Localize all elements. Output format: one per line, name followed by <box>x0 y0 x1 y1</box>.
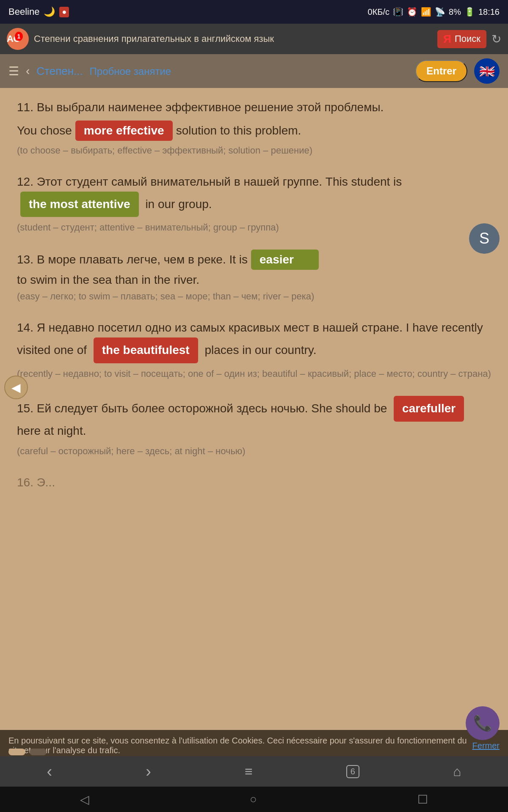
browser-navigation-bar: ‹ › ≡ 6 ⌂ <box>0 756 508 787</box>
browser-menu-button[interactable]: ≡ <box>245 764 253 779</box>
record-icon: ● <box>59 7 69 17</box>
exercise-11-answer[interactable]: more effective <box>75 121 173 141</box>
exercise-11-sentence: You chose more effective solution to thi… <box>17 121 491 141</box>
battery-level: 8% <box>449 7 461 17</box>
browser-page-title: Степени сравнения прилагательных в англи… <box>34 33 432 44</box>
exercise-11-part1: You chose <box>17 124 72 137</box>
exercise-13-answer[interactable]: easier <box>251 250 319 270</box>
yandex-logo: Я <box>443 33 451 46</box>
exercise-15-hint: (careful – осторожный; here – здесь; at … <box>17 444 491 458</box>
exercise-11-part2: solution to this problem. <box>176 124 301 137</box>
notification-badge: 1 <box>15 32 23 41</box>
swipe-dot-2 <box>30 749 47 755</box>
back-icon[interactable]: ‹ <box>26 64 30 78</box>
exercise-13-hint: (easy – легко; to swim – плавать; sea – … <box>17 289 491 303</box>
browser-app-icon[interactable]: АО 1 <box>7 28 29 50</box>
browser-home-button[interactable]: ⌂ <box>453 764 461 779</box>
android-recent-button[interactable]: ☐ <box>417 793 428 807</box>
yandex-search-bar[interactable]: Я Поиск <box>437 30 486 48</box>
data-speed: 0КБ/с <box>368 7 389 17</box>
refresh-button[interactable]: ↻ <box>491 32 501 46</box>
exercise-13-sentence: 13. В море плавать легче, чем в реке. It… <box>17 250 491 287</box>
phone-icon: 📞 <box>473 714 492 732</box>
status-right: 0КБ/с 📳 ⏰ 📶 📡 8% 🔋 18:16 <box>368 7 500 17</box>
flag-icon: 🇬🇧 <box>474 58 500 84</box>
exercise-12-answer[interactable]: the most attentive <box>20 192 139 217</box>
exercise-11-number: 11. <box>17 101 37 114</box>
app-title-container: Степен... Пробное занятие <box>36 64 409 78</box>
browser-bar: АО 1 Степени сравнения прилагательных в … <box>0 24 508 54</box>
exercise-13-number: 13. <box>17 253 33 266</box>
vibrate-icon: 📳 <box>393 7 403 17</box>
android-navigation-bar: ◁ ○ ☐ <box>0 787 508 812</box>
skype-icon: S <box>479 230 489 247</box>
status-bar: Beeline 🌙 ● 0КБ/с 📳 ⏰ 📶 📡 8% 🔋 18:16 <box>0 0 508 24</box>
cookie-text: En poursuivant sur ce site, vous consent… <box>8 736 468 755</box>
exercise-12: 12. Этот студент самый внимательный в на… <box>17 173 491 235</box>
battery-icon: 🔋 <box>464 7 475 17</box>
android-back-button[interactable]: ◁ <box>80 793 89 807</box>
browser-back-button[interactable]: ‹ <box>47 763 52 781</box>
android-home-button[interactable]: ○ <box>250 793 257 806</box>
clock: 18:16 <box>478 7 500 17</box>
swipe-dot-1 <box>8 749 25 755</box>
app-subtitle-link[interactable]: Пробное занятие <box>90 66 171 77</box>
exercise-13-part2: to swim in the sea than in the river. <box>17 273 199 287</box>
wifi-icon: 📶 <box>421 7 431 17</box>
entrer-button[interactable]: Entrer <box>415 60 467 82</box>
exercise-14-russian: 14. Я недавно посетил одно из самых крас… <box>17 318 491 363</box>
left-arrow-icon: ◀ <box>11 381 21 395</box>
cookie-close-link[interactable]: Fermer <box>472 741 500 751</box>
exercise-15-russian: 15. Ей следует быть более осторожной зде… <box>17 396 491 441</box>
exercise-14-number: 14. <box>17 321 37 334</box>
exercise-14: 14. Я недавно посетил одно из самых крас… <box>17 318 491 381</box>
carrier-name: Beeline <box>8 6 39 17</box>
moon-icon: 🌙 <box>44 6 55 17</box>
exercise-11-hint: (to choose – выбирать; effective – эффек… <box>17 143 491 157</box>
exercise-12-russian: 12. Этот студент самый внимательный в на… <box>17 173 491 217</box>
exercise-11-russian: 11. Вы выбрали наименее эффективное реше… <box>17 98 491 117</box>
signal-icon: 📡 <box>435 7 445 17</box>
browser-forward-button[interactable]: › <box>146 763 151 781</box>
exercise-14-answer[interactable]: the beautifulest <box>94 337 198 363</box>
swipe-indicators <box>8 749 47 755</box>
search-label: Поиск <box>455 33 480 44</box>
app-title-text: Степен... <box>36 65 83 77</box>
menu-icon[interactable]: ☰ <box>8 64 19 78</box>
left-nav-button[interactable]: ◀ <box>4 376 28 399</box>
app-header: ☰ ‹ Степен... Пробное занятие Entrer 🇬🇧 <box>0 54 508 88</box>
exercise-13-russian: В море плавать легче, чем в реке. It is <box>37 253 248 266</box>
skype-button[interactable]: S <box>469 223 500 254</box>
exercise-12-number: 12. <box>17 175 37 188</box>
exercise-13: 13. В море плавать легче, чем в реке. It… <box>17 250 491 303</box>
tab-count-badge[interactable]: 6 <box>346 765 359 778</box>
alarm-icon: ⏰ <box>407 7 417 17</box>
exercise-15: 15. Ей следует быть более осторожной зде… <box>17 396 491 458</box>
exercise-15-answer[interactable]: carefuller <box>394 396 464 422</box>
exercise-11: 11. Вы выбрали наименее эффективное реше… <box>17 98 491 157</box>
main-content: 11. Вы выбрали наименее эффективное реше… <box>0 88 508 812</box>
exercise-15-number: 15. <box>17 402 37 415</box>
phone-call-button[interactable]: 📞 <box>466 706 500 740</box>
exercise-16-partial: 16. Э... <box>17 473 491 490</box>
status-left: Beeline 🌙 ● <box>8 6 69 17</box>
exercise-12-hint: (student – студент; attentive – внимател… <box>17 220 491 234</box>
exercise-14-hint: (recently – недавно; to visit – посещать… <box>17 367 491 381</box>
